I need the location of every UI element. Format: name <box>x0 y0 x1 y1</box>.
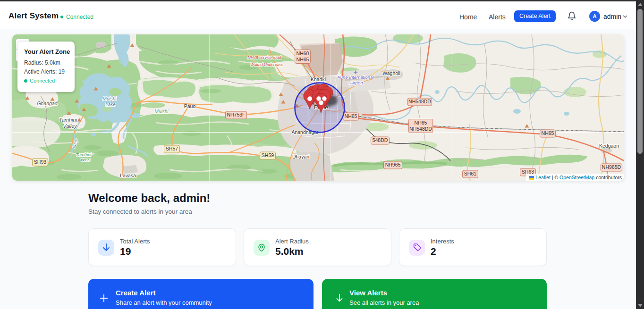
svg-text:Mulshi: Mulshi <box>103 96 117 101</box>
svg-text:SH59: SH59 <box>262 152 274 158</box>
svg-text:NH965D: NH965D <box>602 164 621 170</box>
svg-text:Lavasa: Lavasa <box>120 173 136 178</box>
svg-text:NH48 service road: NH48 service road <box>248 55 281 60</box>
svg-text:548DD: 548DD <box>373 137 388 143</box>
svg-text:Pune International: Pune International <box>337 75 374 80</box>
svg-text:Mulshi: Mulshi <box>155 109 169 114</box>
svg-text:SH93: SH93 <box>34 159 46 165</box>
svg-text:NH65: NH65 <box>345 113 357 119</box>
svg-text:NH65: NH65 <box>297 57 309 62</box>
svg-text:Dhayari: Dhayari <box>292 154 309 159</box>
svg-text:Wakad Underpass: Wakad Underpass <box>250 62 284 67</box>
svg-text:Khadki: Khadki <box>311 76 326 82</box>
svg-text:WLS: WLS <box>81 157 91 162</box>
svg-text:NH65: NH65 <box>415 120 427 125</box>
svg-text:NH548DD: NH548DD <box>408 99 431 104</box>
svg-text:NH548DD: NH548DD <box>409 126 432 132</box>
svg-text:NH60: NH60 <box>297 50 309 56</box>
svg-text:Tamhini: Tamhini <box>76 152 92 157</box>
svg-text:Ghangad: Ghangad <box>37 100 58 106</box>
svg-text:NH753F: NH753F <box>227 112 245 117</box>
svg-text:Airport: Airport <box>349 80 363 85</box>
svg-text:Wagholi: Wagholi <box>382 70 400 76</box>
svg-text:Tamhini: Tamhini <box>59 117 77 123</box>
svg-text:Valley: Valley <box>63 123 77 129</box>
svg-text:SH57: SH57 <box>166 146 178 151</box>
svg-text:NH65: NH65 <box>542 130 554 136</box>
svg-text:Lake: Lake <box>105 102 116 107</box>
svg-text:Paud: Paud <box>184 103 196 109</box>
svg-text:Kedgaon: Kedgaon <box>599 143 619 149</box>
svg-text:SH61: SH61 <box>464 171 476 176</box>
svg-text:NH965: NH965 <box>385 162 401 167</box>
